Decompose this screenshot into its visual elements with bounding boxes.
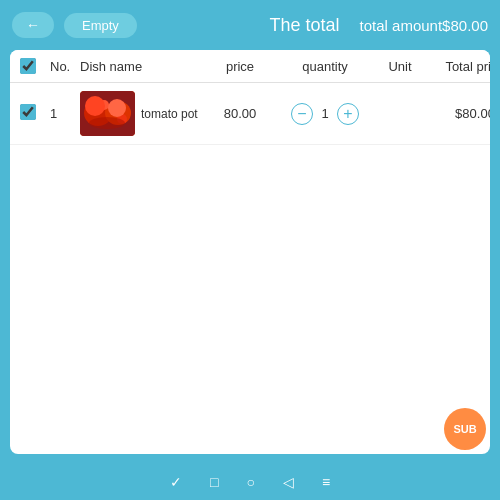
svg-point-4 (99, 100, 109, 110)
col-dish-name: Dish name (80, 59, 200, 74)
row-checkbox[interactable] (20, 104, 36, 120)
nav-circle-icon[interactable]: ○ (246, 474, 254, 490)
col-price: price (200, 59, 280, 74)
table-header: No. Dish name price quantity Unit Total … (10, 50, 490, 83)
total-price-col: $80.00 (430, 106, 490, 121)
top-bar: ← Empty The total total amount$80.00 (0, 0, 500, 50)
bottom-nav: ✓ □ ○ ◁ ≡ (0, 464, 500, 500)
table-row: 1 tomato pot 80.00 − 1 + (10, 83, 490, 145)
nav-menu-icon[interactable]: ≡ (322, 474, 330, 490)
nav-back-icon[interactable]: ◁ (283, 474, 294, 490)
dish-image (80, 91, 135, 136)
row-checkbox-wrap[interactable] (20, 104, 50, 124)
col-quantity: quantity (280, 59, 370, 74)
quantity-col: − 1 + (280, 103, 370, 125)
decrease-qty-button[interactable]: − (291, 103, 313, 125)
total-label: The total (270, 15, 340, 36)
main-content: No. Dish name price quantity Unit Total … (10, 50, 490, 454)
select-all-checkbox[interactable] (20, 58, 36, 74)
dish-name: tomato pot (141, 107, 198, 121)
empty-button[interactable]: Empty (64, 13, 137, 38)
header-checkbox-wrap[interactable] (20, 58, 50, 74)
dish-name-col: tomato pot (80, 91, 200, 136)
col-unit: Unit (370, 59, 430, 74)
quantity-value: 1 (317, 106, 333, 121)
col-total-price: Total price (430, 59, 490, 74)
price-col: 80.00 (200, 106, 280, 121)
nav-square-icon[interactable]: □ (210, 474, 218, 490)
row-number: 1 (50, 106, 80, 121)
nav-check-icon[interactable]: ✓ (170, 474, 182, 490)
total-amount: total amount$80.00 (360, 17, 488, 34)
svg-point-7 (89, 117, 125, 129)
svg-point-3 (86, 101, 98, 113)
back-arrow-icon: ← (26, 17, 40, 33)
svg-point-5 (111, 102, 125, 116)
increase-qty-button[interactable]: + (337, 103, 359, 125)
col-no: No. (50, 59, 80, 74)
back-button[interactable]: ← (12, 12, 54, 38)
submit-button[interactable]: SUB (444, 408, 486, 450)
